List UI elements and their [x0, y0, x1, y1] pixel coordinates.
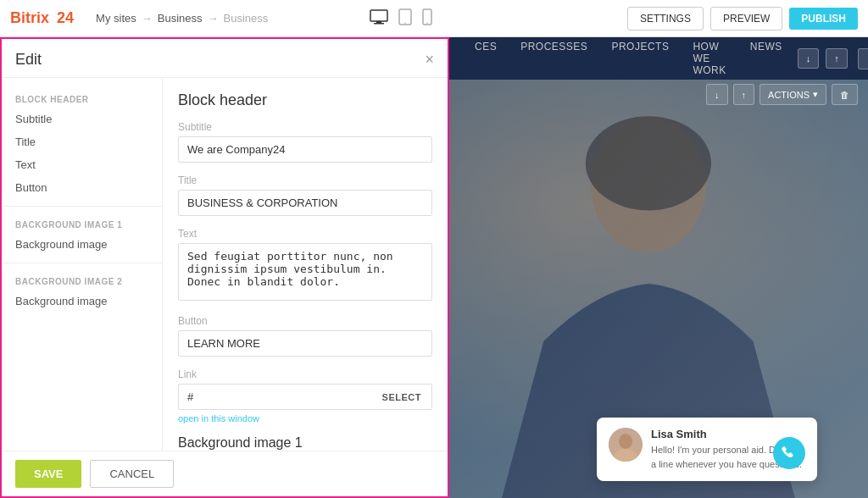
text-textarea[interactable]: Sed feugiat porttitor nunc, non dignissi… — [178, 243, 432, 301]
sidebar-divider-2 — [2, 263, 162, 263]
mobile-icon[interactable] — [422, 8, 432, 28]
edit-form: Block header Subtitle Title Text Sed feu… — [163, 78, 448, 451]
nav-item-news[interactable]: NEWS — [738, 41, 794, 53]
sidebar-item-bg2[interactable]: Background image — [2, 290, 162, 313]
nav-item-processes[interactable]: PROCESSES — [509, 41, 599, 53]
svg-rect-1 — [376, 21, 381, 23]
breadcrumb-item-1[interactable]: My sites — [96, 12, 136, 25]
main-area: CES PROCESSES PROJECTS HOW WE WORK NEWS … — [0, 37, 868, 498]
edit-footer: SAVE CANCEL — [2, 451, 448, 496]
hero-up-btn[interactable]: ↑ — [733, 84, 755, 105]
chevron-down-icon-2: ▾ — [813, 89, 818, 100]
nav-item-howwework[interactable]: HOW WE WORK — [681, 41, 737, 76]
button-input[interactable] — [178, 330, 432, 357]
logo-bitrix: Bitrix — [10, 9, 49, 27]
sidebar-divider-1 — [2, 206, 162, 207]
link-input[interactable] — [178, 384, 372, 410]
hero-down-btn[interactable]: ↓ — [706, 84, 728, 105]
logo-24 — [51, 9, 55, 27]
edit-body: BLOCK HEADER Subtitle Title Text Button … — [2, 78, 448, 451]
title-input[interactable] — [178, 190, 432, 216]
save-button[interactable]: SAVE — [15, 460, 81, 488]
open-in-window-link[interactable]: in this window — [202, 413, 259, 423]
svg-point-6 — [426, 22, 428, 24]
subtitle-input[interactable] — [178, 136, 432, 163]
hero-delete-btn[interactable]: 🗑 — [832, 84, 858, 105]
logo: Bitrix 24 — [10, 9, 74, 27]
open-in-window-text: open in this window — [178, 413, 432, 423]
breadcrumb-sep-2: → — [207, 12, 218, 25]
title-label: Title — [178, 174, 432, 186]
sidebar-item-subtitle[interactable]: Subtitle — [2, 108, 162, 130]
cancel-button[interactable]: CANCEL — [90, 460, 174, 488]
form-section-title: Block header — [178, 91, 432, 109]
preview-button[interactable]: PREVIEW — [710, 7, 782, 30]
nav-item-ces[interactable]: CES — [463, 41, 509, 53]
edit-panel-title: Edit — [15, 51, 42, 69]
chat-avatar — [609, 428, 643, 462]
tablet-icon[interactable] — [398, 8, 412, 28]
topbar: Bitrix 24 My sites → Business → Business… — [0, 0, 868, 37]
sidebar-section-block-header: BLOCK HEADER — [2, 88, 162, 108]
sidebar-item-title[interactable]: Title — [2, 130, 162, 153]
desktop-icon[interactable] — [370, 9, 388, 27]
preview-actions-row: ↓ ↑ ACTIONS ▾ 🗑 — [706, 84, 858, 105]
button-label: Button — [178, 315, 432, 327]
svg-rect-0 — [370, 10, 387, 21]
edit-sidebar: BLOCK HEADER Subtitle Title Text Button … — [2, 78, 163, 451]
sidebar-section-bg2: BACKGROUND IMAGE 2 — [2, 270, 162, 290]
sidebar-item-button[interactable]: Button — [2, 176, 162, 199]
edit-close-button[interactable]: × — [425, 51, 434, 69]
chat-widget: Lisa Smith Hello! I'm your personal aid.… — [597, 418, 817, 481]
breadcrumb-item-3: Business — [223, 12, 268, 25]
breadcrumb: My sites → Business → Business — [96, 12, 268, 25]
nav-up-btn[interactable]: ↑ — [826, 48, 848, 69]
nav-actions-button[interactable]: ACTIONS ▾ — [858, 48, 868, 69]
svg-point-11 — [619, 434, 632, 449]
hero-actions-button[interactable]: ACTIONS ▾ — [760, 84, 826, 105]
svg-point-4 — [404, 22, 406, 24]
edit-panel-header: Edit × — [2, 39, 448, 78]
settings-button[interactable]: SETTINGS — [627, 7, 704, 30]
sidebar-section-bg1: BACKGROUND IMAGE 1 — [2, 213, 162, 233]
nav-item-projects[interactable]: PROJECTS — [599, 41, 681, 53]
chat-call-button[interactable] — [773, 437, 805, 469]
device-icons — [370, 8, 432, 28]
link-row: SELECT — [178, 384, 432, 410]
publish-button[interactable]: PUBLISH — [789, 8, 858, 30]
nav-down-btn[interactable]: ↓ — [798, 48, 820, 69]
edit-panel: Edit × BLOCK HEADER Subtitle Title Text … — [0, 37, 449, 498]
sidebar-item-bg1[interactable]: Background image — [2, 233, 162, 256]
text-label: Text — [178, 228, 432, 240]
bg-section-title: Background image 1 — [178, 435, 432, 451]
logo-highlight: 24 — [57, 9, 74, 27]
topbar-actions: SETTINGS PREVIEW PUBLISH — [627, 7, 858, 30]
subtitle-label: Subtitle — [178, 121, 432, 133]
breadcrumb-item-2[interactable]: Business — [158, 12, 203, 25]
svg-point-9 — [586, 116, 711, 210]
link-label: Link — [178, 368, 432, 380]
sidebar-item-text[interactable]: Text — [2, 153, 162, 176]
link-select-button[interactable]: SELECT — [372, 384, 432, 410]
svg-rect-2 — [374, 23, 384, 25]
breadcrumb-sep-1: → — [142, 12, 153, 25]
